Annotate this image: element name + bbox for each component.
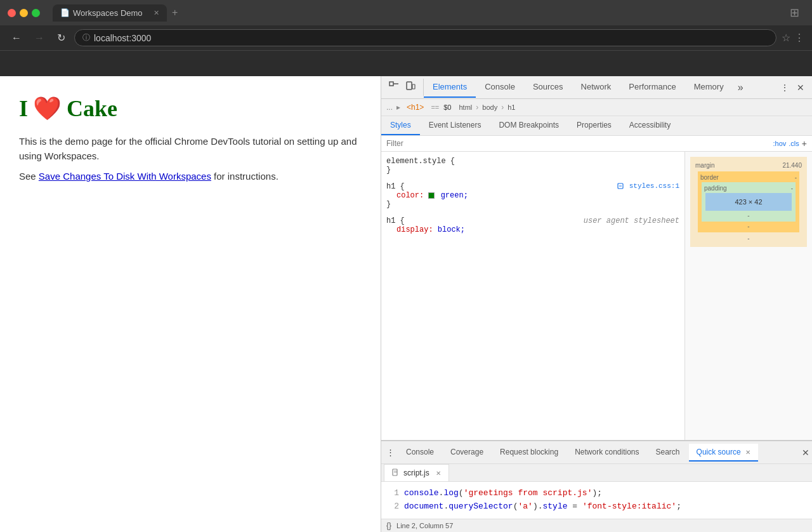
traffic-light-green[interactable] bbox=[32, 9, 40, 17]
line-number-1: 1 bbox=[386, 487, 399, 500]
tab-sources[interactable]: Sources bbox=[524, 77, 572, 98]
link-prefix: See bbox=[19, 171, 39, 182]
tab-close-btn[interactable]: ✕ bbox=[154, 9, 159, 17]
browser-toolbar: ← → ↻ ⓘ localhost:3000 ☆ ⋮ bbox=[0, 25, 812, 51]
styles-tab-accessibility[interactable]: Accessibility bbox=[620, 116, 679, 135]
devtools-drawer: ⋮ Console Coverage Request blocking Netw… bbox=[381, 440, 812, 532]
back-button[interactable]: ← bbox=[8, 30, 25, 46]
browser-menu-icon[interactable]: ⋮ bbox=[794, 32, 804, 44]
tab-console[interactable]: Console bbox=[476, 77, 524, 98]
devtools-icon-group bbox=[381, 79, 424, 96]
css-rule-h1-ua: h1 { user agent stylesheet display: bloc… bbox=[386, 216, 679, 234]
source-tab-bar: script.js ✕ bbox=[381, 464, 812, 482]
more-tabs-button[interactable]: » bbox=[733, 79, 749, 96]
hov-button[interactable]: :hov bbox=[773, 140, 787, 147]
breadcrumb-html[interactable]: html bbox=[459, 103, 473, 111]
filter-input[interactable] bbox=[386, 139, 771, 148]
code-string-3: 'font-style:italic' bbox=[582, 502, 676, 511]
devtools-kebab-menu[interactable]: ⋮ bbox=[778, 80, 792, 95]
code-paren-close-2: ). bbox=[533, 502, 543, 511]
drawer-tab-network-conditions[interactable]: Network conditions bbox=[567, 444, 646, 462]
breadcrumb-separator-1: ▸ bbox=[396, 103, 400, 112]
bookmark-icon[interactable]: ☆ bbox=[782, 32, 790, 44]
drawer-tab-search[interactable]: Search bbox=[648, 444, 688, 462]
source-tab-close-btn[interactable]: ✕ bbox=[436, 470, 441, 477]
forward-button[interactable]: → bbox=[30, 30, 48, 46]
code-document-keyword: document bbox=[404, 502, 443, 511]
devtools-main-tabs: Elements Console Sources Network Perform… bbox=[424, 77, 773, 98]
box-model-margin: margin 21.440 border - padding bbox=[690, 157, 807, 247]
css-source-link[interactable]: styles.css:1 bbox=[617, 182, 679, 190]
devtools-close-button[interactable]: ✕ bbox=[794, 80, 807, 95]
new-tab-button[interactable]: + bbox=[167, 4, 183, 21]
margin-label: margin bbox=[695, 162, 715, 169]
svg-rect-2 bbox=[407, 82, 412, 90]
breadcrumb-h1-tag[interactable]: <h1> bbox=[404, 102, 426, 113]
css-ua-comment: user agent stylesheet bbox=[584, 216, 679, 225]
css-prop-value-color: green; bbox=[441, 191, 468, 200]
source-file-tab[interactable]: script.js ✕ bbox=[384, 464, 449, 481]
breadcrumb-h1[interactable]: h1 bbox=[508, 103, 515, 111]
breadcrumb-body[interactable]: body bbox=[482, 103, 497, 111]
link-suffix: for instructions. bbox=[211, 171, 278, 182]
drawer-tab-request-blocking[interactable]: Request blocking bbox=[492, 444, 566, 462]
page-body-text: This is the demo page for the official C… bbox=[19, 135, 362, 163]
tab-memory[interactable]: Memory bbox=[685, 77, 733, 98]
css-rule-element-style: element.style { } bbox=[386, 157, 679, 175]
traffic-light-yellow[interactable] bbox=[20, 9, 28, 17]
styles-panel-tabs: Styles Event Listeners DOM Breakpoints P… bbox=[381, 116, 812, 136]
styles-tab-event-listeners[interactable]: Event Listeners bbox=[420, 116, 490, 135]
browser-chrome: 📄 Workspaces Demo ✕ + ⊞ ← → ↻ ⓘ localhos… bbox=[0, 0, 812, 76]
styles-tab-dom-breakpoints[interactable]: DOM Breakpoints bbox=[490, 116, 568, 135]
refresh-button[interactable]: ↻ bbox=[53, 29, 69, 46]
inspect-element-button[interactable] bbox=[386, 79, 402, 96]
content-dimensions: 423 × 42 bbox=[735, 198, 762, 206]
drawer-tab-console[interactable]: Console bbox=[398, 444, 442, 462]
svg-rect-0 bbox=[390, 82, 393, 86]
css-color-swatch[interactable] bbox=[428, 192, 435, 199]
styles-tab-styles[interactable]: Styles bbox=[381, 116, 420, 135]
css-rules-content: element.style { } h1 { styles.css:1 bbox=[381, 152, 684, 247]
tab-network[interactable]: Network bbox=[572, 77, 620, 98]
tab-elements[interactable]: Elements bbox=[424, 77, 476, 98]
border-bottom-dash: - bbox=[700, 223, 797, 230]
traffic-lights bbox=[8, 9, 40, 17]
styles-panel: element.style { } h1 { styles.css:1 bbox=[381, 152, 812, 440]
padding-dash: - bbox=[791, 185, 793, 192]
drawer-menu-button[interactable]: ⋮ bbox=[384, 445, 397, 460]
tab-performance[interactable]: Performance bbox=[620, 77, 684, 98]
css-prop-name-display: display: bbox=[396, 225, 433, 234]
border-dash: - bbox=[795, 174, 797, 181]
css-close-brace-1: } bbox=[386, 166, 391, 175]
drawer-tab-quick-source[interactable]: Quick source ✕ bbox=[689, 444, 758, 462]
device-toolbar-button[interactable] bbox=[403, 79, 418, 96]
page-content: I ❤️ Cake This is the demo page for the … bbox=[0, 76, 381, 532]
css-selector-h1: h1 { bbox=[386, 182, 405, 191]
css-property-display: display: block; bbox=[386, 225, 679, 234]
page-link-container: See Save Changes To Disk With Workspaces… bbox=[19, 171, 362, 182]
toolbar-right: ☆ ⋮ bbox=[782, 32, 804, 44]
box-model-content: 423 × 42 bbox=[705, 193, 792, 211]
padding-bottom-dash: - bbox=[704, 212, 793, 219]
status-format-icon: {} bbox=[386, 521, 391, 530]
quick-source-close-btn[interactable]: ✕ bbox=[745, 449, 750, 456]
margin-bottom-dash: - bbox=[695, 235, 802, 242]
page-heading: I ❤️ Cake bbox=[19, 95, 362, 122]
breadcrumb-equals: == bbox=[431, 103, 439, 111]
title-bar: 📄 Workspaces Demo ✕ + ⊞ bbox=[0, 0, 812, 25]
workspaces-link[interactable]: Save Changes To Disk With Workspaces bbox=[39, 171, 211, 182]
styles-tab-properties[interactable]: Properties bbox=[568, 116, 620, 135]
cls-button[interactable]: .cls bbox=[789, 140, 799, 147]
browser-tab[interactable]: 📄 Workspaces Demo ✕ bbox=[53, 4, 167, 22]
tab-icon: 📄 bbox=[60, 8, 69, 17]
traffic-light-red[interactable] bbox=[8, 9, 16, 17]
css-rule-h1-styles: h1 { styles.css:1 color: green; bbox=[386, 182, 679, 209]
address-bar[interactable]: ⓘ localhost:3000 bbox=[74, 29, 776, 46]
code-string-2: 'a' bbox=[518, 502, 532, 511]
address-text: localhost:3000 bbox=[94, 33, 151, 43]
add-style-rule-button[interactable]: + bbox=[802, 138, 807, 149]
drawer-tab-coverage[interactable]: Coverage bbox=[443, 444, 491, 462]
drawer-close-button[interactable]: ✕ bbox=[802, 448, 809, 458]
box-model-border: border - padding - 423 × 42 bbox=[698, 171, 799, 232]
tab-title: Workspaces Demo bbox=[73, 8, 143, 18]
